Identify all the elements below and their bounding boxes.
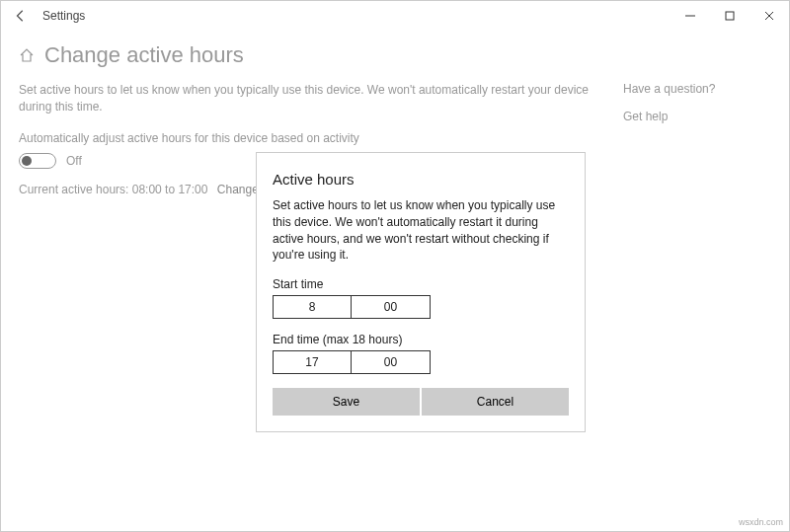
- dialog-description: Set active hours to let us know when you…: [273, 197, 569, 264]
- window-title: Settings: [42, 9, 85, 23]
- current-hours-prefix: Current active hours:: [19, 183, 132, 196]
- start-minute-picker[interactable]: 00: [352, 295, 431, 319]
- end-time-row: 17 00: [273, 350, 569, 374]
- active-hours-dialog: Active hours Set active hours to let us …: [256, 152, 586, 432]
- get-help-link[interactable]: Get help: [623, 110, 771, 123]
- start-time-label: Start time: [273, 277, 569, 291]
- maximize-button[interactable]: [710, 1, 750, 31]
- watermark: wsxdn.com: [739, 517, 783, 527]
- have-question-link[interactable]: Have a question?: [623, 82, 771, 96]
- end-minute-picker[interactable]: 00: [352, 350, 431, 374]
- toggle-state-label: Off: [66, 154, 82, 168]
- change-link[interactable]: Change: [217, 183, 259, 196]
- close-button[interactable]: [750, 1, 789, 31]
- toggle-knob: [22, 156, 32, 166]
- minimize-button[interactable]: [671, 1, 710, 31]
- save-button[interactable]: Save: [273, 388, 420, 416]
- auto-adjust-toggle[interactable]: [19, 153, 56, 169]
- start-hour-picker[interactable]: 8: [273, 295, 352, 319]
- back-button[interactable]: [9, 4, 33, 28]
- page-title: Change active hours: [44, 42, 244, 68]
- dialog-buttons: Save Cancel: [273, 388, 569, 416]
- svg-rect-1: [726, 12, 734, 20]
- current-hours-value: 08:00 to 17:00: [132, 183, 208, 196]
- home-icon[interactable]: [19, 46, 37, 64]
- window-controls: [671, 1, 789, 31]
- dialog-title: Active hours: [273, 171, 569, 188]
- aside-column: Have a question? Get help: [623, 82, 771, 196]
- auto-adjust-label: Automatically adjust active hours for th…: [19, 131, 623, 145]
- page-header: Change active hours: [1, 31, 789, 82]
- cancel-button[interactable]: Cancel: [422, 388, 569, 416]
- end-time-label: End time (max 18 hours): [273, 333, 569, 346]
- end-hour-picker[interactable]: 17: [273, 350, 352, 374]
- titlebar: Settings: [1, 1, 789, 31]
- start-time-row: 8 00: [273, 295, 569, 319]
- description-text: Set active hours to let us know when you…: [19, 82, 623, 115]
